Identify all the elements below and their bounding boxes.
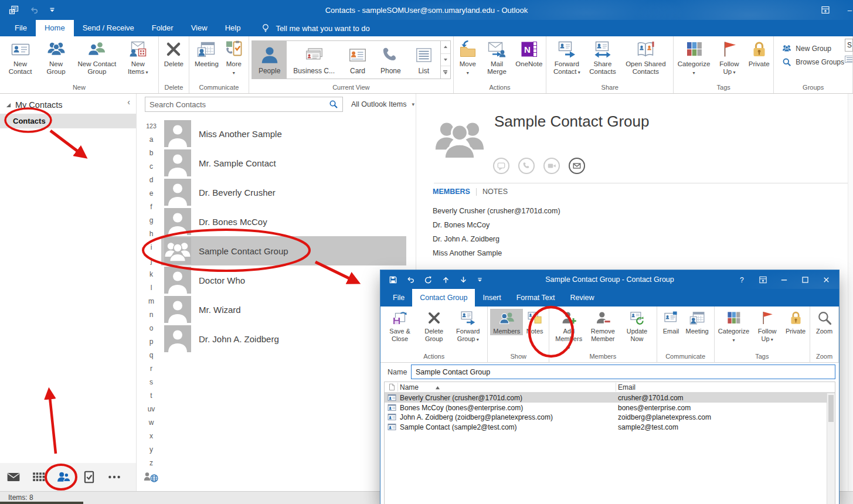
contact-row-mr-wizard[interactable]: Mr. Wizard bbox=[161, 295, 406, 324]
alpha-n[interactable]: n bbox=[144, 308, 159, 322]
dialog-tab-contact-group[interactable]: Contact Group bbox=[412, 289, 475, 307]
main-tab-file[interactable]: File bbox=[6, 20, 36, 36]
alpha-q[interactable]: q bbox=[144, 349, 159, 362]
alpha-f[interactable]: f bbox=[144, 200, 159, 214]
close-icon[interactable] bbox=[822, 275, 831, 284]
follow-up-button[interactable]: Follow Up ▾ bbox=[750, 309, 784, 343]
meeting-button[interactable]: Meeting bbox=[683, 309, 712, 335]
contact-row-miss-another-sample[interactable]: Miss Another Sample bbox=[161, 119, 406, 148]
next-item-icon[interactable] bbox=[459, 275, 468, 284]
main-tab-home[interactable]: Home bbox=[36, 20, 74, 36]
contact-row-doctor-who[interactable]: Doctor Who bbox=[161, 265, 406, 295]
search-contacts-input[interactable] bbox=[149, 100, 329, 109]
alpha-e[interactable]: e bbox=[144, 187, 159, 200]
share-contacts-button[interactable]: Share Contacts bbox=[584, 39, 620, 76]
new-group-button[interactable]: New Group bbox=[38, 39, 74, 76]
alpha-y[interactable]: y bbox=[144, 443, 159, 457]
contact-row-dr-beverly-crusher[interactable]: Dr. Beverly Crusher bbox=[161, 178, 406, 207]
alpha-z[interactable]: z bbox=[144, 457, 159, 470]
main-tab-view[interactable]: View bbox=[182, 20, 216, 36]
previous-item-icon[interactable] bbox=[441, 275, 450, 284]
outlook-cards-icon[interactable] bbox=[9, 5, 19, 15]
contact-row-sample-contact-group[interactable]: Sample Contact Group bbox=[161, 236, 406, 265]
my-contacts-header[interactable]: My Contacts bbox=[0, 94, 136, 114]
private-button[interactable]: Private bbox=[747, 39, 771, 68]
group-member[interactable]: Miss Another Sample bbox=[433, 246, 560, 260]
alpha-uv[interactable]: uv bbox=[144, 403, 159, 416]
search-icon[interactable] bbox=[329, 100, 338, 109]
collapse-sidebar-icon[interactable]: ‹ bbox=[127, 97, 130, 107]
view-list-button[interactable]: List bbox=[407, 41, 440, 79]
save-icon[interactable] bbox=[389, 275, 397, 284]
dialog-tab-insert[interactable]: Insert bbox=[475, 289, 508, 307]
member-row-john-a-zoidberg-zoidberg-planetexpress-com[interactable]: John A. Zoidberg (zoidberg@planetexpress… bbox=[385, 412, 835, 422]
mail-merge-button[interactable]: Mail Merge bbox=[480, 39, 515, 76]
search-people-partial[interactable]: S bbox=[845, 39, 853, 63]
follow-up-button[interactable]: Follow Up ▾ bbox=[712, 39, 747, 76]
view-phone-button[interactable]: Phone bbox=[374, 41, 407, 79]
alpha-a[interactable]: a bbox=[144, 133, 159, 147]
alpha-l[interactable]: l bbox=[144, 281, 159, 295]
new-group-button[interactable]: New Group bbox=[782, 44, 844, 53]
nav-tasks-button[interactable] bbox=[81, 469, 97, 485]
maximize-icon[interactable] bbox=[801, 275, 810, 284]
gallery-scroll-up[interactable] bbox=[441, 41, 450, 54]
contact-row-mr-sample-contact[interactable]: Mr. Sample Contact bbox=[161, 148, 406, 178]
minimize-icon[interactable] bbox=[780, 275, 789, 284]
alpha-d[interactable]: d bbox=[144, 173, 159, 187]
categorize-button[interactable]: Categorize ▾ bbox=[676, 39, 712, 77]
action-chat-button[interactable] bbox=[493, 158, 509, 174]
alpha-b[interactable]: b bbox=[144, 147, 159, 160]
member-row-sample-contact-sample2-test-com[interactable]: Sample Contact (sample2@test.com)sample2… bbox=[385, 422, 835, 432]
onenote-button[interactable]: NOneNote bbox=[514, 39, 543, 68]
undo-icon[interactable] bbox=[29, 5, 39, 15]
new-items-button[interactable]: New Items ▾ bbox=[120, 39, 156, 76]
meeting-button[interactable]: Meeting bbox=[192, 39, 222, 68]
column-header-email[interactable]: Email bbox=[618, 383, 635, 391]
search-people-box-partial[interactable]: S bbox=[845, 39, 853, 52]
browse-groups-button[interactable]: Browse Groups bbox=[782, 57, 844, 67]
update-now-button[interactable]: Update Now bbox=[620, 309, 654, 343]
nav-more-button[interactable] bbox=[107, 469, 122, 485]
pin-ribbon-icon[interactable] bbox=[759, 275, 767, 284]
main-tab-folder[interactable]: Folder bbox=[143, 20, 182, 36]
private-button[interactable]: Private bbox=[784, 309, 807, 335]
notes-button[interactable]: Notes bbox=[523, 309, 546, 335]
alpha-x[interactable]: x bbox=[144, 430, 159, 443]
email-button[interactable]: Email bbox=[660, 309, 683, 335]
alpha-c[interactable]: c bbox=[144, 160, 159, 173]
dialog-tab-format-text[interactable]: Format Text bbox=[509, 289, 563, 307]
reading-tab-notes[interactable]: NOTES bbox=[482, 188, 508, 196]
alpha-g[interactable]: g bbox=[144, 214, 159, 227]
contact-row-dr-john-a-zoidberg[interactable]: Dr. John A. Zoidberg bbox=[161, 324, 406, 353]
save-close-button[interactable]: Save & Close bbox=[383, 309, 417, 343]
alpha-o[interactable]: o bbox=[144, 322, 159, 335]
alpha-t[interactable]: t bbox=[144, 389, 159, 403]
zoom-button[interactable]: Zoom bbox=[813, 309, 836, 335]
alpha-r[interactable]: r bbox=[144, 362, 159, 376]
new-contact-group-button[interactable]: New Contact Group bbox=[74, 39, 120, 76]
customize-qat-icon[interactable] bbox=[477, 277, 483, 283]
reading-tab-members[interactable]: MEMBERS bbox=[433, 188, 470, 196]
new-contact-button[interactable]: New Contact bbox=[2, 39, 38, 76]
members-table-scrollbar[interactable] bbox=[827, 393, 835, 504]
address-book-icon-partial[interactable] bbox=[845, 56, 852, 63]
alpha-m[interactable]: m bbox=[144, 295, 159, 308]
dialog-tab-file[interactable]: File bbox=[385, 289, 412, 307]
member-row-beverly-crusher-crusher-1701d-com[interactable]: Beverly Crusher (crusher@1701d.com)crush… bbox=[385, 393, 835, 403]
view-business-c-button[interactable]: Business C... bbox=[287, 41, 341, 79]
ribbon-display-options-icon[interactable] bbox=[821, 5, 830, 15]
categorize-button[interactable]: Categorize ▾ bbox=[717, 309, 751, 344]
group-member[interactable]: Dr. Bones McCoy bbox=[433, 218, 560, 232]
move-button[interactable]: Move ▾ bbox=[456, 39, 480, 77]
forward-contact-button[interactable]: Forward Contact ▾ bbox=[549, 39, 584, 76]
sidebar-item-contacts[interactable]: Contacts bbox=[0, 114, 136, 128]
customize-qat-icon[interactable] bbox=[49, 6, 56, 13]
redo-icon[interactable] bbox=[424, 275, 433, 284]
action-phone-button[interactable] bbox=[518, 158, 535, 174]
alpha-123[interactable]: 123 bbox=[144, 120, 159, 133]
main-tab-send-receive[interactable]: Send / Receive bbox=[74, 20, 143, 36]
view-people-button[interactable]: People bbox=[252, 41, 287, 79]
more-button[interactable]: More ▾ bbox=[222, 39, 246, 77]
reading-pane-scrollbar[interactable] bbox=[848, 94, 853, 491]
